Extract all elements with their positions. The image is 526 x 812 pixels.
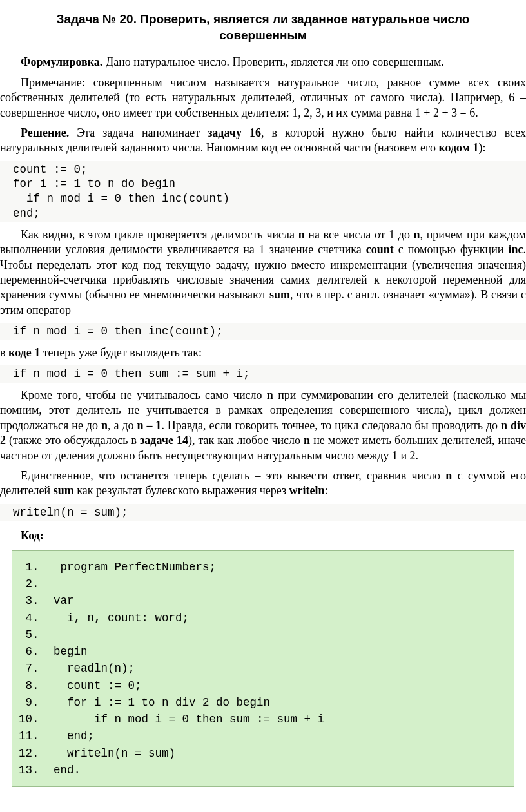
code-line: count := 0; — [46, 677, 507, 694]
solution-label: Решение. — [21, 126, 69, 139]
code-line: for i := 1 to n div 2 do begin — [46, 694, 507, 711]
code-line: readln(n); — [46, 660, 507, 677]
solution-paragraph: Решение. Эта задача напоминает задачу 16… — [0, 126, 526, 156]
code-line: writeln(n = sum) — [46, 745, 507, 762]
code-line: i, n, count: word; — [46, 610, 507, 626]
task-title: Задача № 20. Проверить, является ли зада… — [26, 12, 500, 43]
code-line — [46, 626, 507, 643]
final-code-list: program PerfectNumbers;var i, n, count: … — [19, 559, 507, 778]
explanation-2: в коде 1 теперь уже будет выглядеть так: — [0, 345, 526, 360]
code-block-1: count := 0; for i := 1 to n do begin if … — [0, 161, 526, 222]
final-code-block: program PerfectNumbers;var i, n, count: … — [12, 550, 514, 787]
code-line — [46, 575, 507, 592]
formulation-text: Дано натуральное число. Проверить, являе… — [102, 55, 443, 68]
code-block-3: if n mod i = 0 then sum := sum + i; — [0, 365, 526, 383]
code-section-label: Код: — [21, 528, 526, 543]
formulation-paragraph: Формулировка. Дано натуральное число. Пр… — [0, 55, 526, 70]
code-line: if n mod i = 0 then sum := sum + i — [46, 711, 507, 728]
code-line: var — [46, 592, 507, 609]
note-paragraph: Примечание: совершенным числом называетс… — [0, 75, 526, 121]
code-block-2: if n mod i = 0 then inc(count); — [0, 323, 526, 340]
code-block-4: writeln(n = sum); — [0, 504, 526, 521]
explanation-3: Кроме того, чтобы не учитывалось само чи… — [0, 388, 526, 463]
code-line: begin — [46, 643, 507, 660]
formulation-label: Формулировка. — [21, 55, 102, 68]
explanation-1: Как видно, в этом цикле проверяется дели… — [0, 227, 526, 318]
code-line: end. — [46, 762, 507, 778]
explanation-4: Единственное, что останется теперь сдела… — [0, 469, 526, 499]
code-line: program PerfectNumbers; — [46, 559, 507, 575]
code-line: end; — [46, 728, 507, 744]
